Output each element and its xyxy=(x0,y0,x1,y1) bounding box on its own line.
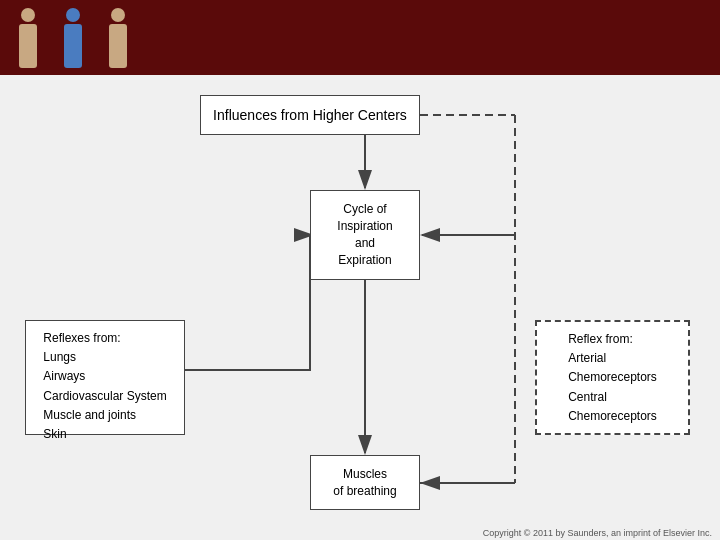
higher-centers-box: Influences from Higher Centers xyxy=(200,95,420,135)
copyright: Copyright © 2011 by Saunders, an imprint… xyxy=(483,528,712,538)
figure-2 xyxy=(55,8,90,68)
muscles-label: Musclesof breathing xyxy=(333,466,396,500)
figure-2-body xyxy=(64,24,82,68)
header-figures xyxy=(10,8,135,68)
diagram-area: Influences from Higher Centers Cycle ofI… xyxy=(0,75,720,540)
muscles-box: Musclesof breathing xyxy=(310,455,420,510)
reflexes-box: Reflexes from: Lungs Airways Cardiovascu… xyxy=(25,320,185,435)
header-bar xyxy=(0,0,720,75)
figure-1-body xyxy=(19,24,37,68)
reflexes-label: Reflexes from: Lungs Airways Cardiovascu… xyxy=(43,329,166,444)
figure-1 xyxy=(10,8,45,68)
figure-3 xyxy=(100,8,135,68)
higher-centers-label: Influences from Higher Centers xyxy=(213,107,407,123)
figure-3-head xyxy=(111,8,125,22)
reflex-right-box: Reflex from: Arterial Chemoreceptors Cen… xyxy=(535,320,690,435)
figure-1-head xyxy=(21,8,35,22)
copyright-text: Copyright © 2011 by Saunders, an imprint… xyxy=(483,528,712,538)
figure-3-body xyxy=(109,24,127,68)
cycle-box: Cycle ofInspirationandExpiration xyxy=(310,190,420,280)
cycle-label: Cycle ofInspirationandExpiration xyxy=(337,201,392,268)
reflex-right-label: Reflex from: Arterial Chemoreceptors Cen… xyxy=(568,330,657,426)
figure-2-head xyxy=(66,8,80,22)
